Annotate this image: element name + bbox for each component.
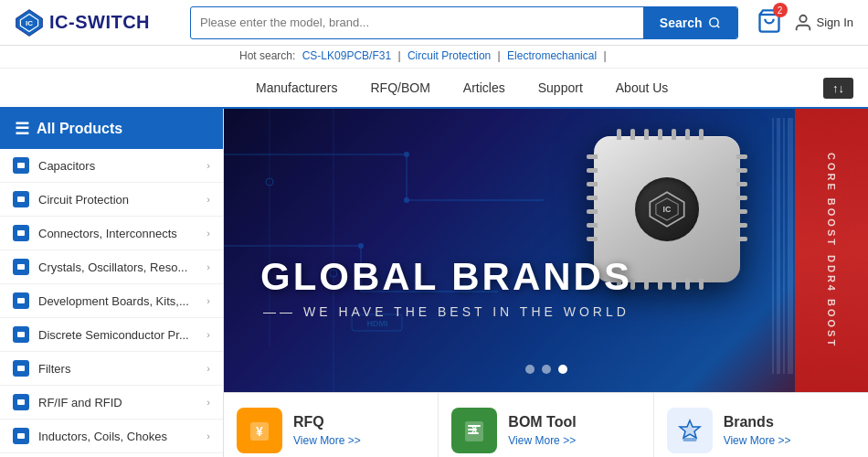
- chevron-right-icon: ›: [206, 430, 210, 441]
- svg-rect-11: [17, 298, 25, 303]
- chevron-right-icon: ›: [206, 397, 210, 408]
- sidebar-item-devboards[interactable]: Development Boards, Kits,... ›: [0, 284, 223, 318]
- svg-rect-37: [788, 118, 793, 374]
- svg-line-4: [716, 25, 719, 27]
- search-icon: [708, 16, 721, 29]
- category-icon: [13, 394, 29, 410]
- sidebar-header: ☰ All Products: [0, 109, 223, 149]
- sidebar-item-label: Inductors, Coils, Chokes: [38, 430, 197, 443]
- sidebar-item-label: Filters: [38, 362, 197, 376]
- banner-subtitle: —— WE HAVE THE BEST IN THE WORLD: [260, 304, 632, 319]
- bom-card-title: BOM Tool: [508, 414, 576, 430]
- svg-point-3: [709, 17, 717, 26]
- category-icon: [13, 191, 29, 207]
- sidebar-item-label: Crystals, Oscillators, Reso...: [38, 260, 197, 274]
- banner-dots: [525, 365, 567, 374]
- user-icon: [793, 13, 813, 33]
- category-icon: [13, 259, 29, 275]
- sign-in-button[interactable]: Sign In: [793, 13, 853, 33]
- search-label: Search: [660, 16, 703, 30]
- banner-red-panel: CORE BOOST DDR4 BOOST: [795, 109, 868, 392]
- logo-text: IC-SWITCH: [49, 12, 150, 33]
- bom-card-link[interactable]: View More >>: [508, 434, 576, 447]
- sidebar-item-ic[interactable]: Integrated Circuits (ICs) ›: [0, 453, 223, 457]
- brands-card-title: Brands: [724, 414, 791, 430]
- banner-dot-1[interactable]: [525, 365, 535, 374]
- sidebar-item-filters[interactable]: Filters ›: [0, 352, 223, 386]
- nav-item-rfqbom[interactable]: RFQ/BOM: [354, 69, 446, 109]
- sidebar-item-capacitors[interactable]: Capacitors ›: [0, 149, 223, 183]
- sidebar-item-label: Discrete Semiconductor Pr...: [38, 328, 197, 342]
- chevron-right-icon: ›: [206, 261, 210, 272]
- search-input[interactable]: [191, 16, 643, 29]
- nav-items: Manufacturers RFQ/BOM Articles Support A…: [239, 69, 684, 107]
- sidebar-item-label: Development Boards, Kits,...: [38, 294, 197, 308]
- category-icon: [13, 292, 29, 309]
- nav-scroll-button[interactable]: ↑↓: [823, 78, 853, 99]
- nav-bar: Manufacturers RFQ/BOM Articles Support A…: [0, 69, 868, 109]
- cart-button[interactable]: 2: [757, 8, 782, 37]
- category-icon: [13, 428, 29, 444]
- category-icon: [13, 360, 29, 377]
- banner-dot-3[interactable]: [558, 365, 567, 374]
- banner-title: GLOBAL BRANDS: [260, 255, 632, 299]
- sign-in-label: Sign In: [817, 16, 853, 29]
- category-icon: [13, 225, 29, 241]
- nav-item-articles[interactable]: Articles: [447, 69, 522, 109]
- nav-item-about-us[interactable]: About Us: [599, 69, 685, 109]
- chevron-right-icon: ›: [206, 194, 210, 205]
- circuit-background: HDMI: [224, 109, 868, 392]
- rfq-card-link[interactable]: View More >>: [293, 434, 361, 447]
- rfq-card-info: RFQ View More >>: [293, 414, 361, 447]
- svg-point-28: [404, 197, 409, 203]
- banner-dot-2[interactable]: [542, 365, 551, 374]
- banner-text-area: GLOBAL BRANDS —— WE HAVE THE BEST IN THE…: [260, 255, 632, 319]
- svg-point-6: [799, 15, 806, 21]
- svg-rect-34: [772, 118, 774, 374]
- banner-red-text-1: CORE BOOST: [826, 153, 837, 248]
- sidebar-item-discrete[interactable]: Discrete Semiconductor Pr... ›: [0, 318, 223, 352]
- hot-search-item-3[interactable]: Electromechanical: [507, 49, 597, 62]
- svg-rect-12: [17, 332, 25, 337]
- hot-search-item-1[interactable]: CS-LK09PCB/F31: [302, 49, 391, 62]
- svg-rect-10: [17, 264, 25, 270]
- sidebar-item-connectors[interactable]: Connectors, Interconnects ›: [0, 217, 223, 250]
- rfq-card: ¥ RFQ View More >>: [224, 393, 439, 457]
- brands-icon: [667, 408, 713, 453]
- svg-rect-9: [17, 230, 25, 236]
- main-layout: ☰ All Products Capacitors › Circuit Prot…: [0, 109, 868, 457]
- bom-card-info: BOM Tool View More >>: [508, 414, 576, 447]
- svg-rect-8: [17, 197, 25, 202]
- sidebar-item-label: Connectors, Interconnects: [38, 227, 197, 240]
- logo[interactable]: IC IC-SWITCH: [15, 8, 179, 37]
- sidebar-item-rfid[interactable]: RF/IF and RFID ›: [0, 386, 223, 420]
- svg-text:IC: IC: [26, 19, 33, 27]
- brands-card-link[interactable]: View More >>: [724, 434, 791, 447]
- search-button[interactable]: Search: [643, 7, 737, 38]
- sidebar-item-inductors[interactable]: Inductors, Coils, Chokes ›: [0, 420, 223, 453]
- svg-text:HDMI: HDMI: [367, 319, 388, 328]
- content-area: HDMI: [224, 109, 868, 457]
- search-bar: Search: [190, 6, 738, 39]
- category-icon: [13, 326, 29, 343]
- menu-icon: ☰: [15, 119, 29, 139]
- sidebar-item-label: Capacitors: [38, 159, 197, 173]
- svg-point-29: [358, 243, 364, 249]
- logo-icon: IC: [15, 8, 44, 37]
- rfq-card-title: RFQ: [293, 414, 361, 430]
- sidebar-header-label: All Products: [37, 121, 122, 137]
- hot-search-bar: Hot search: CS-LK09PCB/F31 | Circuit Pro…: [0, 46, 868, 69]
- sidebar-item-crystals[interactable]: Crystals, Oscillators, Reso... ›: [0, 250, 223, 284]
- hot-search-item-2[interactable]: Circuit Protection: [408, 49, 491, 62]
- svg-rect-14: [17, 399, 25, 405]
- nav-item-manufacturers[interactable]: Manufacturers: [239, 69, 354, 109]
- svg-text:X: X: [471, 425, 478, 435]
- nav-item-support[interactable]: Support: [522, 69, 599, 109]
- category-icon: [13, 157, 29, 174]
- svg-rect-36: [783, 118, 785, 374]
- cart-badge: 2: [773, 3, 788, 17]
- sidebar: ☰ All Products Capacitors › Circuit Prot…: [0, 109, 224, 457]
- svg-rect-15: [17, 433, 25, 439]
- svg-text:¥: ¥: [256, 424, 263, 439]
- sidebar-item-circuit-protection[interactable]: Circuit Protection ›: [0, 183, 223, 217]
